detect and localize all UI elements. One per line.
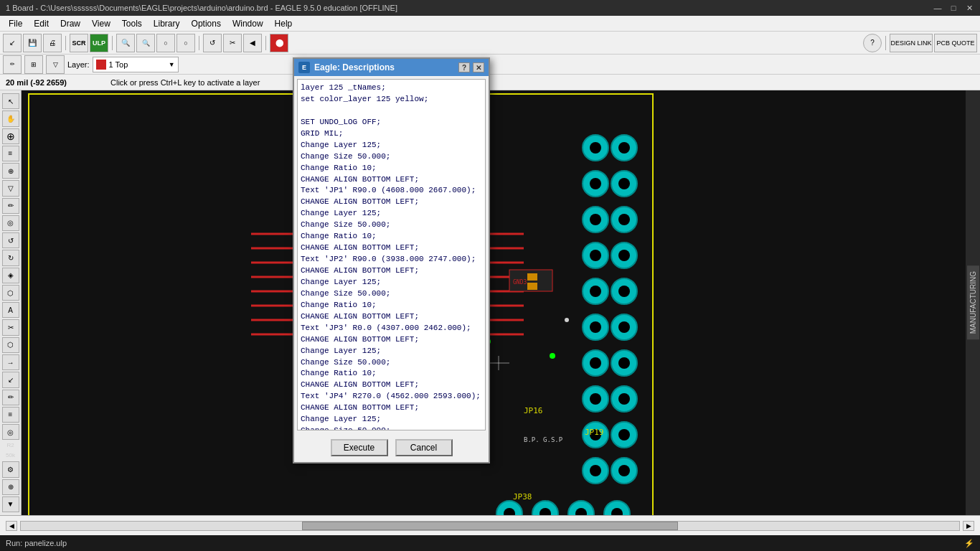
dialog-title: Eagle: Descriptions — [314, 62, 395, 72]
dialog-footer: Execute Cancel — [294, 433, 489, 462]
dialog-titlebar: E Eagle: Descriptions ? ✕ — [294, 59, 489, 76]
dialog-title-area: E Eagle: Descriptions — [298, 62, 395, 73]
dialog-body: layer 125 _tNames; set color_layer 125 y… — [294, 76, 489, 433]
dialog-text-content[interactable]: layer 125 _tNames; set color_layer 125 y… — [297, 79, 486, 430]
dialog-overlay: E Eagle: Descriptions ? ✕ layer 125 _tNa… — [0, 0, 980, 551]
cancel-button[interactable]: Cancel — [395, 439, 453, 456]
dialog-app-icon: E — [298, 62, 310, 73]
eagle-descriptions-dialog: E Eagle: Descriptions ? ✕ layer 125 _tNa… — [293, 57, 490, 463]
dialog-help-btn[interactable]: ? — [458, 62, 470, 72]
dialog-close-btn[interactable]: ✕ — [473, 62, 484, 72]
dialog-window-controls: ? ✕ — [458, 62, 484, 72]
execute-button[interactable]: Execute — [331, 439, 388, 456]
